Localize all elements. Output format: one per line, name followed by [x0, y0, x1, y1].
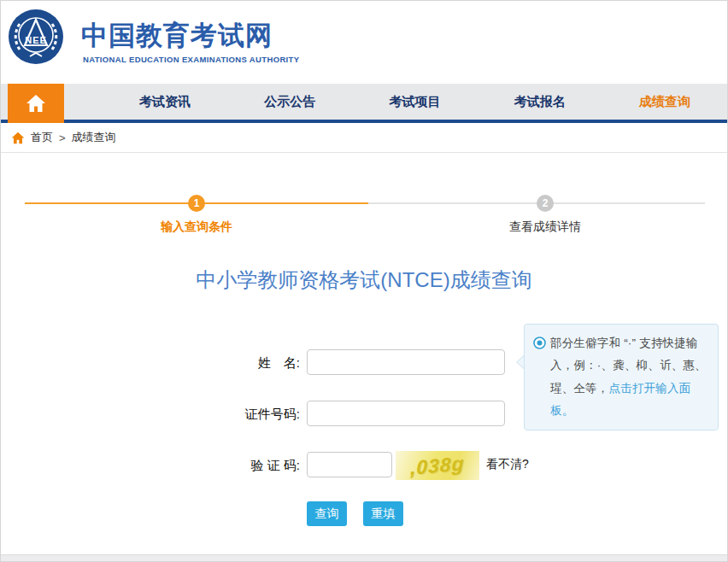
reset-button[interactable]: 重填 — [363, 501, 403, 526]
rare-character-tooltip: 部分生僻字和 “·” 支持快捷输入，例：·、龚、枊、䜣、惠、瑆、仝等，点击打开输… — [524, 324, 719, 430]
breadcrumb-current: 成绩查询 — [72, 130, 116, 145]
radio-dot-icon — [533, 337, 546, 349]
page-title: 中小学教师资格考试(NTCE)成绩查询 — [1, 266, 727, 294]
name-label: 姓 名: — [197, 355, 300, 372]
nav-item-public-notices[interactable]: 公示公告 — [227, 84, 352, 120]
breadcrumb-home-icon — [11, 132, 25, 144]
page: NEE 中国教育考试网 NATIONAL EDUCATION EXAMINATI… — [0, 0, 728, 562]
step-2-circle: 2 — [537, 195, 554, 212]
nav-item-exam-programs[interactable]: 考试项目 — [352, 84, 477, 120]
step-2-label: 查看成绩详情 — [473, 220, 618, 235]
site-header: NEE 中国教育考试网 NATIONAL EDUCATION EXAMINATI… — [1, 1, 727, 84]
neea-logo-icon: NEE — [8, 9, 64, 65]
site-title: 中国教育考试网 — [81, 18, 273, 54]
nav-home-button[interactable] — [8, 84, 64, 123]
nav-item-exam-news[interactable]: 考试资讯 — [103, 84, 227, 120]
captcha-text: ,038g — [410, 452, 465, 480]
main-nav: 考试资讯 公示公告 考试项目 考试报名 成绩查询 — [1, 84, 727, 123]
svg-text:NEE: NEE — [25, 35, 47, 45]
site-subtitle: NATIONAL EDUCATION EXAMINATIONS AUTHORIT… — [83, 55, 299, 64]
breadcrumb-home-link[interactable]: 首页 — [31, 130, 53, 145]
captcha-label: 验 证 码: — [197, 458, 300, 474]
step-1-circle: 1 — [188, 195, 205, 212]
tooltip-body: 部分生僻字和 “·” 支持快捷输入，例：·、龚、枊、䜣、惠、瑆、仝等，点击打开输… — [550, 332, 709, 422]
id-number-label: 证件号码: — [197, 407, 300, 423]
breadcrumb-separator: > — [59, 132, 66, 144]
footer-strip — [1, 554, 727, 561]
captcha-image[interactable]: ,038g — [396, 451, 479, 480]
neea-logo[interactable]: NEE — [8, 9, 64, 65]
query-button[interactable]: 查询 — [307, 501, 347, 526]
nav-item-score-inquiry[interactable]: 成绩查询 — [602, 84, 727, 120]
id-number-input[interactable] — [307, 401, 505, 426]
captcha-refresh-link[interactable]: 看不清? — [486, 457, 529, 472]
name-input[interactable] — [307, 349, 505, 375]
step-1-label: 输入查询条件 — [124, 220, 269, 235]
captcha-input[interactable] — [307, 452, 392, 477]
home-icon — [26, 94, 46, 113]
nav-list: 考试资讯 公示公告 考试项目 考试报名 成绩查询 — [64, 84, 727, 120]
nav-item-exam-registration[interactable]: 考试报名 — [478, 84, 602, 120]
breadcrumb: 首页 > 成绩查询 — [1, 123, 727, 153]
